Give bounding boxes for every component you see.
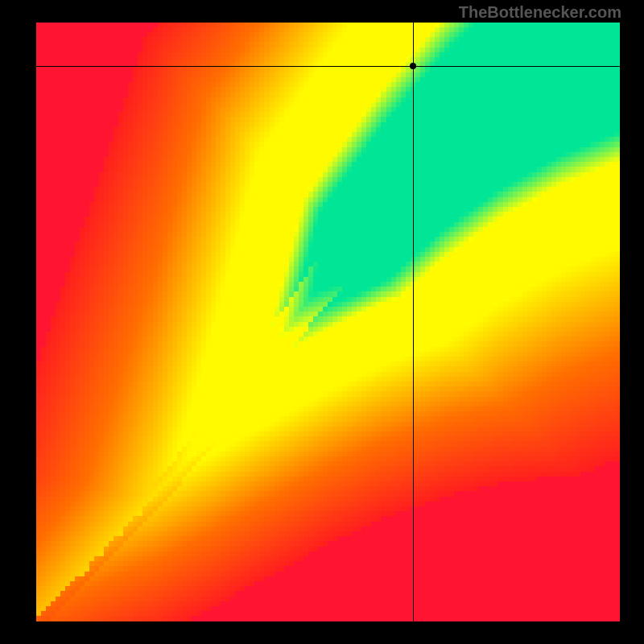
crosshair-vertical bbox=[413, 23, 414, 621]
heatmap-canvas bbox=[36, 23, 620, 621]
marker-dot bbox=[410, 63, 416, 69]
crosshair-horizontal bbox=[36, 66, 620, 67]
heatmap-chart bbox=[36, 23, 620, 621]
watermark-text: TheBottlenecker.com bbox=[459, 3, 621, 22]
